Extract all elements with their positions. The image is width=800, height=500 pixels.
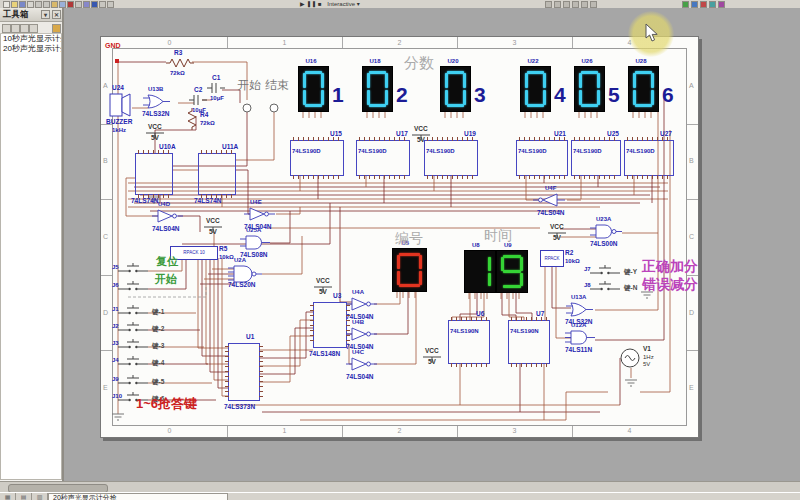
switch-J3[interactable] <box>112 337 166 351</box>
segment-e <box>633 90 636 105</box>
document-tab[interactable]: 20秒声光显示计分抢 <box>48 493 228 500</box>
chip-name: U15 <box>330 131 342 138</box>
minimize-icon[interactable]: ▾ <box>41 10 50 19</box>
text-icon[interactable] <box>107 1 114 8</box>
chip-U10A[interactable] <box>135 153 173 195</box>
wire-icon[interactable] <box>99 1 106 8</box>
resistor-pack[interactable]: RPACK <box>540 250 564 267</box>
gate-U13A[interactable] <box>565 301 599 319</box>
pause-icon[interactable]: ❚❚ <box>306 1 316 7</box>
switch-J2[interactable] <box>112 320 166 334</box>
simulation-controls[interactable]: ▶ ❚❚ ■ Interactive ▾ <box>300 0 360 8</box>
chip-U7[interactable] <box>508 320 550 364</box>
gate-U4E[interactable] <box>244 206 278 224</box>
project-item[interactable]: 10秒声光显示计分抢 <box>1 34 61 44</box>
run-green-icon[interactable] <box>682 1 689 8</box>
back-icon[interactable] <box>2 24 11 33</box>
undo-icon[interactable] <box>59 1 66 8</box>
switch-J4[interactable] <box>112 354 166 368</box>
chip-U17[interactable] <box>356 140 410 176</box>
segment-c <box>520 273 523 287</box>
chip-U15[interactable] <box>290 140 344 176</box>
open-icon[interactable] <box>11 1 18 8</box>
chip-U1[interactable] <box>228 343 260 401</box>
display-U22[interactable] <box>520 66 551 112</box>
help-icon[interactable] <box>718 1 725 8</box>
settings-icon[interactable] <box>590 1 597 8</box>
chip-U11A[interactable] <box>198 153 236 195</box>
close-icon[interactable]: ✕ <box>52 10 61 19</box>
meter-icon[interactable] <box>554 1 561 8</box>
save-icon[interactable] <box>19 1 26 8</box>
refresh-icon[interactable] <box>52 24 61 33</box>
gate-U25A[interactable] <box>240 234 274 252</box>
cut-icon[interactable] <box>35 1 42 8</box>
ruler-col-label: 1 <box>283 39 287 46</box>
interactive-dropdown[interactable]: Interactive <box>327 1 355 7</box>
gate-U23A[interactable] <box>590 223 624 241</box>
switch-J7[interactable] <box>584 263 638 277</box>
copy-icon[interactable] <box>43 1 50 8</box>
chip-U3[interactable] <box>313 302 347 348</box>
paste-icon[interactable] <box>51 1 58 8</box>
component-icon[interactable] <box>91 1 98 8</box>
up-icon[interactable] <box>11 24 20 33</box>
chip-name: U6 <box>476 311 484 318</box>
gate-name: U13B <box>148 86 163 92</box>
new-folder-icon[interactable] <box>20 24 29 33</box>
display-U20[interactable] <box>440 66 471 112</box>
display-U9[interactable] <box>496 250 528 293</box>
switch-J9[interactable] <box>112 373 166 387</box>
analysis-icon[interactable] <box>709 1 716 8</box>
display-U26[interactable] <box>574 66 605 112</box>
segment-a <box>527 71 544 74</box>
chip-U6[interactable] <box>448 320 490 364</box>
display-U28[interactable] <box>628 66 659 112</box>
display-U16[interactable] <box>298 66 329 112</box>
chip-U25[interactable] <box>571 140 621 176</box>
gate-U13B[interactable] <box>142 93 176 111</box>
segment-c <box>543 90 546 105</box>
print-icon[interactable] <box>27 1 34 8</box>
chip-U21[interactable] <box>516 140 568 176</box>
run-icon[interactable]: ▶ <box>300 1 305 7</box>
scope-icon[interactable] <box>563 1 570 8</box>
switch-J8[interactable] <box>584 279 638 293</box>
chevron-down-icon[interactable]: ▾ <box>357 1 360 7</box>
chip-name: U11A <box>222 144 238 151</box>
segment-b <box>543 73 546 88</box>
gate-U4A[interactable] <box>346 296 380 314</box>
segment-c <box>321 90 324 105</box>
list-icon[interactable] <box>29 24 38 33</box>
project-item[interactable]: 20秒声光显示计分抢 <box>1 44 61 54</box>
switch-J1[interactable] <box>112 303 166 317</box>
chip-U27[interactable] <box>624 140 674 176</box>
stop-icon[interactable]: ■ <box>318 1 322 7</box>
gate-U4D[interactable] <box>152 208 186 226</box>
display-U18[interactable] <box>362 66 393 112</box>
ruler-row-label: D <box>689 309 694 316</box>
gate-U4C[interactable] <box>346 356 380 374</box>
grid-icon[interactable] <box>83 1 90 8</box>
gate-U4B[interactable] <box>346 326 380 344</box>
new-icon[interactable] <box>3 1 10 8</box>
pause-blue-icon[interactable] <box>691 1 698 8</box>
redo-icon[interactable] <box>67 1 74 8</box>
view-cell[interactable]: ▥ <box>32 493 48 500</box>
gate-U2A[interactable] <box>228 264 262 282</box>
chip-U19[interactable] <box>424 140 478 176</box>
stop-red-icon[interactable] <box>700 1 707 8</box>
view-cell[interactable]: ▦ <box>0 493 16 500</box>
probe-icon[interactable] <box>545 1 552 8</box>
zoom-icon[interactable] <box>75 1 82 8</box>
display-U5[interactable] <box>392 248 427 292</box>
display-U8[interactable] <box>464 250 496 293</box>
plot-icon[interactable] <box>572 1 579 8</box>
ruler-col-label: 2 <box>398 427 402 434</box>
view-cell[interactable]: ▤ <box>16 493 32 500</box>
gate-U4F[interactable] <box>537 192 571 210</box>
chip-name: U1 <box>246 334 254 341</box>
gate-U12A[interactable] <box>565 329 599 347</box>
rpack-value: 10kΩ <box>219 254 234 260</box>
report-icon[interactable] <box>581 1 588 8</box>
